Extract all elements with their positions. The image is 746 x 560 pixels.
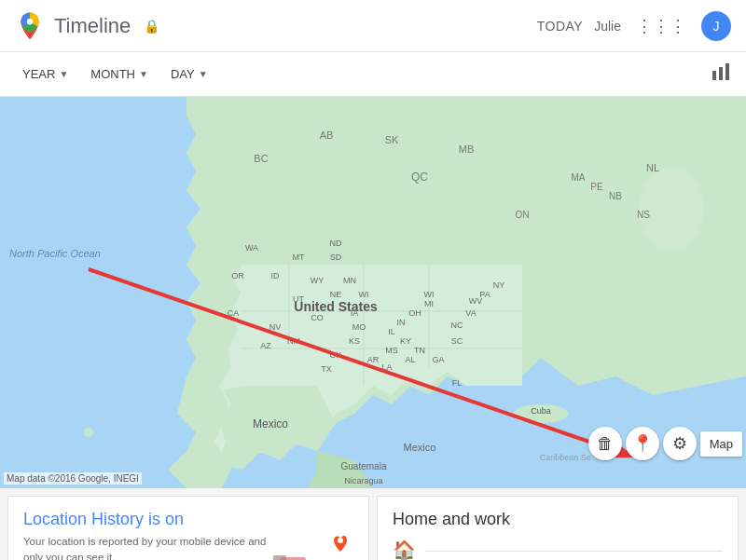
- home-work-panel: Home and work 🏠 💼: [377, 496, 739, 560]
- svg-text:Mexico: Mexico: [253, 417, 288, 430]
- svg-text:WI: WI: [359, 290, 369, 299]
- svg-text:QC: QC: [411, 171, 428, 184]
- svg-text:SC: SC: [451, 336, 463, 346]
- year-label: YEAR: [22, 67, 55, 81]
- svg-text:IA: IA: [351, 308, 359, 318]
- location-pin-button[interactable]: 📍: [626, 427, 659, 460]
- svg-point-7: [639, 167, 704, 251]
- svg-text:PA: PA: [479, 290, 490, 299]
- toolbar: YEAR ▼ MONTH ▼ DAY ▼: [0, 52, 746, 97]
- header: Timeline 🔒 TODAY Julie ⋮⋮⋮ J: [0, 0, 746, 52]
- svg-text:ON: ON: [516, 210, 530, 220]
- panel-illustration: [247, 531, 368, 560]
- svg-text:Mexico: Mexico: [404, 442, 436, 453]
- svg-text:CO: CO: [311, 313, 324, 322]
- svg-text:OH: OH: [408, 308, 421, 318]
- svg-text:MN: MN: [343, 276, 356, 285]
- day-dropdown[interactable]: DAY ▼: [163, 63, 215, 85]
- svg-text:GA: GA: [432, 355, 444, 364]
- svg-point-82: [338, 538, 343, 543]
- chart-icon[interactable]: [711, 61, 731, 87]
- svg-text:AR: AR: [367, 355, 380, 364]
- svg-text:MI: MI: [424, 299, 434, 308]
- svg-text:NS: NS: [637, 210, 650, 220]
- map-attribution: Map data ©2016 Google, INEGI: [4, 472, 142, 485]
- svg-text:BC: BC: [254, 153, 268, 164]
- lock-icon: 🔒: [144, 19, 159, 34]
- home-row: 🏠: [393, 539, 723, 560]
- svg-text:TN: TN: [414, 346, 425, 355]
- svg-text:IL: IL: [388, 327, 395, 336]
- svg-text:Cuba: Cuba: [531, 406, 551, 416]
- settings-gear-button[interactable]: ⚙: [663, 427, 697, 460]
- svg-text:MO: MO: [352, 322, 366, 332]
- header-left: Timeline 🔒: [15, 11, 526, 41]
- svg-text:MS: MS: [385, 346, 398, 355]
- svg-point-0: [27, 19, 33, 24]
- year-chevron-icon: ▼: [59, 69, 68, 79]
- svg-text:LA: LA: [381, 362, 392, 372]
- svg-text:United States: United States: [294, 299, 378, 314]
- svg-text:KS: KS: [349, 336, 360, 346]
- svg-text:OK: OK: [329, 350, 341, 360]
- svg-text:FL: FL: [452, 378, 463, 388]
- svg-text:NM: NM: [287, 336, 300, 346]
- svg-text:MB: MB: [459, 143, 475, 155]
- svg-rect-84: [273, 555, 286, 560]
- svg-text:PE: PE: [590, 182, 603, 192]
- svg-text:SD: SD: [330, 253, 342, 262]
- header-right: Julie ⋮⋮⋮ J: [594, 11, 731, 41]
- month-chevron-icon: ▼: [139, 69, 148, 79]
- svg-text:SK: SK: [385, 134, 399, 145]
- month-label: MONTH: [90, 67, 135, 81]
- svg-text:UT: UT: [293, 294, 304, 304]
- day-label: DAY: [171, 67, 195, 81]
- svg-text:MT: MT: [293, 253, 305, 262]
- home-work-title: Home and work: [393, 510, 723, 529]
- svg-text:KY: KY: [400, 336, 411, 346]
- svg-text:Nicaragua: Nicaragua: [344, 476, 382, 485]
- svg-text:CA: CA: [228, 308, 240, 318]
- svg-rect-3: [725, 63, 729, 80]
- day-chevron-icon: ▼: [199, 69, 208, 79]
- svg-text:TX: TX: [321, 364, 332, 374]
- grid-icon[interactable]: ⋮⋮⋮: [636, 16, 686, 36]
- svg-text:OR: OR: [231, 271, 244, 280]
- svg-text:NV: NV: [269, 322, 282, 332]
- svg-text:VA: VA: [465, 308, 476, 318]
- svg-text:AL: AL: [405, 355, 415, 364]
- year-dropdown[interactable]: YEAR ▼: [15, 63, 76, 85]
- svg-text:AZ: AZ: [260, 341, 271, 350]
- delete-location-button[interactable]: 🗑: [588, 427, 622, 460]
- svg-text:MA: MA: [572, 172, 586, 183]
- month-dropdown[interactable]: MONTH ▼: [83, 63, 156, 85]
- map-container: United States Mexico QC NL NS NB PE MA O…: [0, 97, 746, 488]
- home-icon: 🏠: [393, 539, 416, 560]
- avatar[interactable]: J: [701, 11, 731, 41]
- maps-logo-icon: [15, 11, 45, 41]
- svg-text:ND: ND: [330, 239, 342, 248]
- svg-text:NE: NE: [330, 290, 342, 299]
- location-history-title: Location History is on: [23, 510, 353, 529]
- user-name: Julie: [594, 19, 621, 34]
- svg-text:NY: NY: [493, 280, 505, 290]
- svg-text:NC: NC: [451, 321, 463, 330]
- svg-text:Guatemala: Guatemala: [341, 461, 387, 471]
- north-pacific-ocean-label: North Pacific Ocean: [9, 246, 101, 262]
- map-type-button[interactable]: Map: [700, 431, 742, 457]
- home-line: [425, 551, 723, 552]
- page-title: Timeline: [54, 14, 131, 38]
- svg-text:WA: WA: [245, 243, 258, 253]
- title-prefix: Location History: [23, 510, 148, 528]
- svg-text:WY: WY: [311, 276, 325, 285]
- svg-text:NL: NL: [646, 162, 659, 173]
- svg-text:NB: NB: [609, 191, 622, 201]
- svg-text:IN: IN: [397, 318, 406, 327]
- today-button[interactable]: TODAY: [526, 13, 594, 39]
- svg-rect-1: [712, 71, 716, 80]
- svg-rect-2: [719, 67, 723, 80]
- bottom-panels: Location History is on Your location is …: [0, 488, 746, 560]
- svg-text:ID: ID: [271, 271, 281, 280]
- svg-text:AB: AB: [320, 130, 334, 141]
- location-history-panel: Location History is on Your location is …: [7, 496, 369, 560]
